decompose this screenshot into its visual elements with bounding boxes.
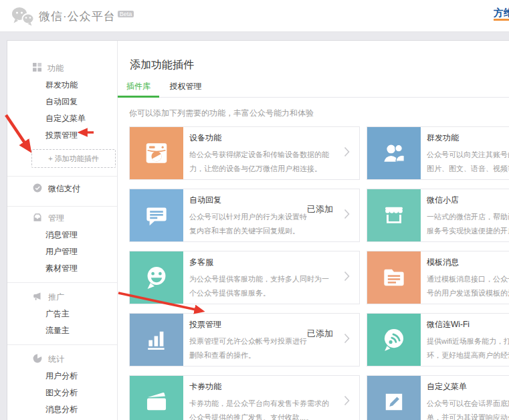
tab-bar: 插件库 授权管理 — [118, 76, 509, 98]
card-body: 设备功能 给公众号获得绑定设备和传输设备数据的能力，让您的设备与亿万微信用户相连… — [183, 127, 333, 179]
card-customer-service[interactable]: 多客服 为公众号提供客服功能，支持多人同时为一个公众号提供客服服务。 — [129, 251, 360, 304]
card-desc: 给公众号获得绑定设备和传输设备数据的能力，让您的设备与亿万微信用户相连接。 — [189, 148, 331, 177]
card-wifi[interactable]: 微信连Wi-Fi 提供wifi近场服务能力，打通线上线下闭环，更好地提高商户的经… — [367, 313, 509, 366]
customer-service-icon — [130, 251, 183, 304]
sidebar-section-label: 管理 — [48, 213, 64, 224]
card-title: 多客服 — [189, 257, 333, 268]
card-title: 自定义菜单 — [427, 381, 509, 393]
vote-chart-icon — [130, 314, 183, 366]
tab-auth-manage[interactable]: 授权管理 — [169, 76, 201, 98]
card-title: 卡券功能 — [189, 381, 333, 393]
sidebar-item-custom-menu[interactable]: 自定义菜单 — [7, 110, 117, 127]
card-body: 微信连Wi-Fi 提供wifi近场服务能力，打通线上线下闭环，更好地提高商户的经… — [421, 314, 509, 366]
divider — [7, 344, 117, 345]
card-title: 微信小店 — [427, 195, 509, 206]
card-title: 设备功能 — [189, 132, 333, 144]
wifi-icon — [367, 314, 421, 366]
app-title: 微信·公众平台Beta — [39, 9, 134, 24]
chevron-right-icon[interactable] — [344, 333, 350, 346]
card-desc: 通过模板消息接口，公众号能够向关注其账号的用户发送预设模板的消息。 — [427, 272, 509, 301]
add-plugin-button[interactable]: + 添加功能插件 — [31, 149, 116, 168]
sidebar-section-features: 功能 — [7, 60, 117, 77]
megaphone-icon — [33, 292, 42, 303]
top-header: 微信·公众平台Beta 方维 — [0, 0, 509, 32]
sidebar-item-message-analysis[interactable]: 消息分析 — [7, 401, 117, 418]
sidebar-item-advertiser[interactable]: 广告主 — [7, 306, 117, 322]
card-vote[interactable]: 投票管理 投票管理可允许公众帐号对投票进行新增、删除和查看的操作。 已添加 — [129, 313, 360, 366]
card-custom-menu[interactable]: 自定义菜单 公众号可以在会话界面底部设置自定义菜单，并可为其设置响应动作。 — [367, 375, 509, 420]
card-body: 模板消息 通过模板消息接口，公众号能够向关注其账号的用户发送预设模板的消息。 — [421, 251, 509, 304]
grid-icon — [33, 63, 41, 74]
card-title: 模板消息 — [427, 257, 509, 268]
chevron-right-icon[interactable] — [344, 395, 350, 409]
card-title: 自动回复 — [189, 195, 307, 206]
sidebar-item-label: 微信支付 — [48, 183, 80, 195]
added-badge: 已添加 — [307, 203, 333, 241]
sidebar-section-promote: 推广 — [7, 288, 117, 306]
broadcast-icon — [367, 127, 421, 179]
main-content: 添加功能插件 插件库 授权管理 你可以添加下列需要的功能，丰富公众号能力和体验 … — [118, 41, 509, 420]
card-title: 投票管理 — [189, 319, 307, 330]
active-tab-underline — [118, 96, 159, 98]
card-template-message[interactable]: 模板消息 通过模板消息接口，公众号能够向关注其账号的用户发送预设模板的消息。 — [367, 251, 509, 304]
sidebar-item-traffic[interactable]: 流量主 — [7, 322, 117, 339]
sidebar: 功能 群发功能 自动回复 自定义菜单 投票管理 + 添加功能插件 微信支付 管理… — [7, 41, 118, 420]
card-autoreply[interactable]: 自动回复 公众号可以针对用户的行为来设置特定的回复内容和丰富的关键字回复规则。 … — [129, 189, 360, 242]
sidebar-item-wxpay[interactable]: 微信支付 — [7, 177, 117, 201]
sidebar-section-label: 推广 — [48, 292, 64, 303]
card-body: 多客服 为公众号提供客服功能，支持多人同时为一个公众号提供客服服务。 — [183, 251, 333, 304]
sidebar-item-vote[interactable]: 投票管理 — [7, 127, 117, 144]
card-desc: 卡券功能，是公众平台向有发售卡券需求的公众号提供的推广发售、支付收款...。 — [189, 397, 331, 420]
autoreply-icon — [130, 189, 183, 241]
inbox-icon — [33, 213, 42, 224]
card-desc: 提供wifi近场服务能力，打通线上线下闭环，更好地提高商户的经营效率。 — [427, 334, 509, 363]
card-desc: 一站式的微信开店，帮助已开通微信支付的服务号实现快速便捷的开店和管理。 — [427, 210, 509, 239]
card-broadcast[interactable]: 群发功能 公众号可以向关注其账号的用户群发文字、图片、图文、语音、视频等消息。 — [367, 126, 509, 180]
coupon-wallet-icon — [130, 376, 183, 420]
sidebar-item-user-mgmt[interactable]: 用户管理 — [7, 243, 117, 260]
device-icon — [130, 127, 183, 179]
divider — [7, 282, 117, 283]
added-badge: 已添加 — [307, 328, 333, 366]
template-message-icon — [367, 251, 421, 304]
sidebar-item-broadcast[interactable]: 群发功能 — [7, 77, 117, 94]
card-body: 自动回复 公众号可以针对用户的行为来设置特定的回复内容和丰富的关键字回复规则。 — [183, 189, 307, 241]
sidebar-item-material-mgmt[interactable]: 素材管理 — [7, 260, 117, 277]
card-device[interactable]: 设备功能 给公众号获得绑定设备和传输设备数据的能力，让您的设备与亿万微信用户相连… — [129, 126, 360, 180]
card-title: 群发功能 — [427, 132, 509, 144]
partner-logo: 方维 — [494, 7, 509, 19]
content-panel: 功能 群发功能 自动回复 自定义菜单 投票管理 + 添加功能插件 微信支付 管理… — [7, 40, 509, 420]
wxpay-icon — [33, 183, 42, 195]
pie-chart-icon — [33, 354, 42, 365]
page-subtitle: 你可以添加下列需要的功能，丰富公众号能力和体验 — [129, 108, 314, 119]
wechat-logo-icon — [11, 6, 35, 29]
sidebar-item-message-mgmt[interactable]: 消息管理 — [7, 227, 117, 243]
beta-badge: Beta — [118, 11, 134, 17]
card-body: 投票管理 投票管理可允许公众帐号对投票进行新增、删除和查看的操作。 — [183, 314, 307, 366]
chevron-right-icon[interactable] — [344, 209, 350, 222]
card-body: 自定义菜单 公众号可以在会话界面底部设置自定义菜单，并可为其设置响应动作。 — [421, 376, 509, 420]
shop-icon — [367, 189, 421, 241]
card-title: 微信连Wi-Fi — [427, 319, 509, 330]
sidebar-section-manage: 管理 — [7, 209, 117, 227]
sidebar-section-label: 统计 — [48, 354, 64, 365]
custom-menu-icon — [367, 376, 421, 420]
card-desc: 为公众号提供客服功能，支持多人同时为一个公众号提供客服服务。 — [189, 272, 331, 301]
card-body: 卡券功能 卡券功能，是公众平台向有发售卡券需求的公众号提供的推广发售、支付收款.… — [183, 376, 333, 420]
card-shop[interactable]: 微信小店 一站式的微信开店，帮助已开通微信支付的服务号实现快速便捷的开店和管理。 — [367, 189, 509, 242]
page-title: 添加功能插件 — [130, 58, 194, 72]
card-body: 微信小店 一站式的微信开店，帮助已开通微信支付的服务号实现快速便捷的开店和管理。 — [421, 189, 509, 241]
sidebar-section-label: 功能 — [47, 63, 64, 74]
chevron-right-icon[interactable] — [344, 271, 350, 284]
card-desc: 公众号可以在会话界面底部设置自定义菜单，并可为其设置响应动作。 — [427, 397, 509, 420]
sidebar-section-stats: 统计 — [7, 350, 117, 368]
partner-logo-tagline — [494, 19, 509, 21]
sidebar-item-autoreply[interactable]: 自动回复 — [7, 94, 117, 110]
card-coupon[interactable]: 卡券功能 卡券功能，是公众平台向有发售卡券需求的公众号提供的推广发售、支付收款.… — [129, 375, 360, 420]
sidebar-item-user-analysis[interactable]: 用户分析 — [7, 368, 117, 385]
tab-plugin-library[interactable]: 插件库 — [126, 76, 150, 98]
plugin-card-grid: 设备功能 给公众号获得绑定设备和传输设备数据的能力，让您的设备与亿万微信用户相连… — [129, 126, 509, 420]
divider — [7, 206, 117, 207]
chevron-right-icon[interactable] — [344, 146, 350, 160]
sidebar-item-article-analysis[interactable]: 图文分析 — [7, 385, 117, 401]
